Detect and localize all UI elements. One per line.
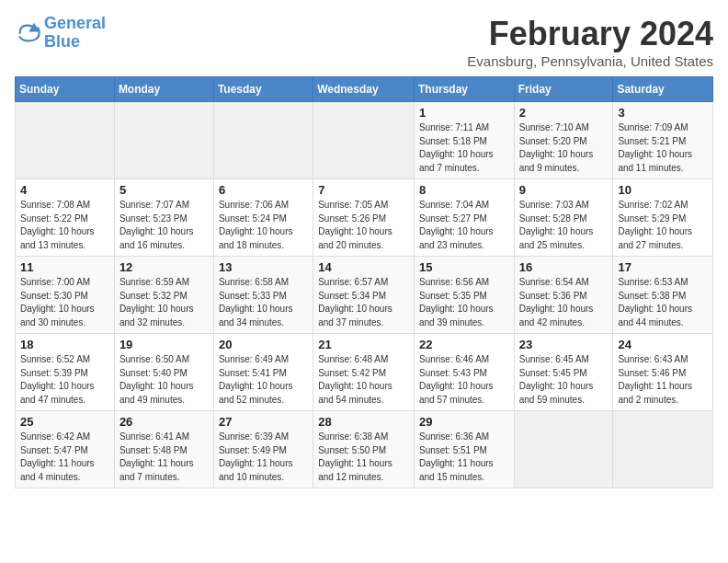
day-number: 4 — [20, 183, 109, 197]
calendar-header-tuesday: Tuesday — [213, 77, 313, 102]
month-title: February 2024 — [467, 15, 713, 53]
day-info: Sunrise: 6:56 AM Sunset: 5:35 PM Dayligh… — [419, 276, 509, 329]
day-number: 2 — [519, 106, 609, 120]
day-number: 15 — [419, 260, 509, 274]
calendar-cell: 10Sunrise: 7:02 AM Sunset: 5:29 PM Dayli… — [613, 179, 713, 257]
calendar-cell: 12Sunrise: 6:59 AM Sunset: 5:32 PM Dayli… — [114, 257, 213, 334]
day-info: Sunrise: 6:39 AM Sunset: 5:49 PM Dayligh… — [219, 431, 308, 484]
location: Evansburg, Pennsylvania, United States — [467, 53, 713, 69]
day-number: 5 — [119, 183, 209, 197]
page-header: General Blue February 2024 Evansburg, Pe… — [15, 15, 713, 69]
calendar-week-row: 25Sunrise: 6:42 AM Sunset: 5:47 PM Dayli… — [16, 411, 713, 488]
day-number: 12 — [119, 260, 209, 274]
day-info: Sunrise: 6:59 AM Sunset: 5:32 PM Dayligh… — [119, 276, 209, 329]
calendar-header-monday: Monday — [114, 77, 213, 102]
calendar-header-saturday: Saturday — [613, 77, 713, 102]
calendar-header-friday: Friday — [514, 77, 613, 102]
day-info: Sunrise: 6:36 AM Sunset: 5:51 PM Dayligh… — [419, 431, 509, 484]
calendar-week-row: 18Sunrise: 6:52 AM Sunset: 5:39 PM Dayli… — [16, 334, 713, 411]
day-number: 8 — [419, 183, 509, 197]
calendar-cell — [313, 102, 415, 179]
calendar-cell: 27Sunrise: 6:39 AM Sunset: 5:49 PM Dayli… — [213, 411, 313, 488]
calendar-cell: 19Sunrise: 6:50 AM Sunset: 5:40 PM Dayli… — [114, 334, 213, 411]
calendar-cell: 17Sunrise: 6:53 AM Sunset: 5:38 PM Dayli… — [613, 257, 713, 334]
calendar-cell: 13Sunrise: 6:58 AM Sunset: 5:33 PM Dayli… — [213, 257, 313, 334]
day-info: Sunrise: 6:38 AM Sunset: 5:50 PM Dayligh… — [318, 431, 409, 484]
day-info: Sunrise: 6:42 AM Sunset: 5:47 PM Dayligh… — [20, 431, 109, 484]
calendar-cell: 1Sunrise: 7:11 AM Sunset: 5:18 PM Daylig… — [414, 102, 514, 179]
day-number: 23 — [519, 338, 609, 351]
logo-text: General Blue — [44, 15, 106, 52]
day-info: Sunrise: 6:54 AM Sunset: 5:36 PM Dayligh… — [519, 276, 609, 329]
calendar-cell: 11Sunrise: 7:00 AM Sunset: 5:30 PM Dayli… — [16, 257, 115, 334]
calendar-cell — [213, 102, 313, 179]
day-info: Sunrise: 6:49 AM Sunset: 5:41 PM Dayligh… — [219, 353, 308, 407]
day-info: Sunrise: 6:58 AM Sunset: 5:33 PM Dayligh… — [219, 276, 308, 329]
calendar-cell: 25Sunrise: 6:42 AM Sunset: 5:47 PM Dayli… — [16, 411, 115, 488]
title-block: February 2024 Evansburg, Pennsylvania, U… — [467, 15, 713, 69]
day-number: 21 — [318, 338, 409, 351]
day-number: 27 — [219, 415, 308, 429]
day-number: 6 — [219, 183, 308, 197]
day-info: Sunrise: 7:11 AM Sunset: 5:18 PM Dayligh… — [419, 121, 509, 175]
calendar-cell: 21Sunrise: 6:48 AM Sunset: 5:42 PM Dayli… — [313, 334, 415, 411]
day-number: 26 — [119, 415, 209, 429]
calendar-cell: 6Sunrise: 7:06 AM Sunset: 5:24 PM Daylig… — [213, 179, 313, 257]
day-number: 24 — [618, 338, 708, 351]
day-info: Sunrise: 6:52 AM Sunset: 5:39 PM Dayligh… — [20, 353, 109, 407]
calendar-cell: 28Sunrise: 6:38 AM Sunset: 5:50 PM Dayli… — [313, 411, 415, 488]
calendar-cell: 22Sunrise: 6:46 AM Sunset: 5:43 PM Dayli… — [414, 334, 514, 411]
day-info: Sunrise: 7:02 AM Sunset: 5:29 PM Dayligh… — [618, 199, 708, 252]
day-number: 13 — [219, 260, 308, 274]
calendar-cell — [613, 411, 713, 488]
day-number: 22 — [419, 338, 509, 351]
calendar-week-row: 11Sunrise: 7:00 AM Sunset: 5:30 PM Dayli… — [16, 257, 713, 334]
day-info: Sunrise: 7:05 AM Sunset: 5:26 PM Dayligh… — [318, 199, 409, 252]
day-info: Sunrise: 6:53 AM Sunset: 5:38 PM Dayligh… — [618, 276, 708, 329]
calendar-header-row: SundayMondayTuesdayWednesdayThursdayFrid… — [16, 77, 713, 102]
calendar-cell: 26Sunrise: 6:41 AM Sunset: 5:48 PM Dayli… — [114, 411, 213, 488]
day-number: 7 — [318, 183, 409, 197]
calendar-cell: 5Sunrise: 7:07 AM Sunset: 5:23 PM Daylig… — [114, 179, 213, 257]
day-info: Sunrise: 6:57 AM Sunset: 5:34 PM Dayligh… — [318, 276, 409, 329]
calendar-header-thursday: Thursday — [414, 77, 514, 102]
day-info: Sunrise: 6:50 AM Sunset: 5:40 PM Dayligh… — [119, 353, 209, 407]
day-number: 18 — [20, 338, 109, 351]
calendar-cell: 16Sunrise: 6:54 AM Sunset: 5:36 PM Dayli… — [514, 257, 613, 334]
calendar-week-row: 4Sunrise: 7:08 AM Sunset: 5:22 PM Daylig… — [16, 179, 713, 257]
calendar-week-row: 1Sunrise: 7:11 AM Sunset: 5:18 PM Daylig… — [16, 102, 713, 179]
day-number: 17 — [618, 260, 708, 274]
day-number: 1 — [419, 106, 509, 120]
day-number: 9 — [519, 183, 609, 197]
calendar-cell: 23Sunrise: 6:45 AM Sunset: 5:45 PM Dayli… — [514, 334, 613, 411]
day-number: 3 — [618, 106, 708, 120]
day-info: Sunrise: 6:48 AM Sunset: 5:42 PM Dayligh… — [318, 353, 409, 407]
logo-icon — [15, 20, 40, 46]
calendar-cell: 20Sunrise: 6:49 AM Sunset: 5:41 PM Dayli… — [213, 334, 313, 411]
day-number: 28 — [318, 415, 409, 429]
day-info: Sunrise: 7:10 AM Sunset: 5:20 PM Dayligh… — [519, 121, 609, 175]
calendar-cell — [114, 102, 213, 179]
day-info: Sunrise: 7:04 AM Sunset: 5:27 PM Dayligh… — [419, 199, 509, 252]
day-info: Sunrise: 7:08 AM Sunset: 5:22 PM Dayligh… — [20, 199, 109, 252]
calendar-cell: 14Sunrise: 6:57 AM Sunset: 5:34 PM Dayli… — [313, 257, 415, 334]
calendar-cell — [514, 411, 613, 488]
calendar-cell: 9Sunrise: 7:03 AM Sunset: 5:28 PM Daylig… — [514, 179, 613, 257]
day-number: 11 — [20, 260, 109, 274]
calendar-cell: 24Sunrise: 6:43 AM Sunset: 5:46 PM Dayli… — [613, 334, 713, 411]
day-info: Sunrise: 7:09 AM Sunset: 5:21 PM Dayligh… — [618, 121, 708, 175]
calendar-cell: 8Sunrise: 7:04 AM Sunset: 5:27 PM Daylig… — [414, 179, 514, 257]
day-number: 25 — [20, 415, 109, 429]
calendar-cell — [16, 102, 115, 179]
day-number: 16 — [519, 260, 609, 274]
calendar-cell: 29Sunrise: 6:36 AM Sunset: 5:51 PM Dayli… — [414, 411, 514, 488]
day-info: Sunrise: 6:45 AM Sunset: 5:45 PM Dayligh… — [519, 353, 609, 407]
day-number: 20 — [219, 338, 308, 351]
calendar-header-wednesday: Wednesday — [313, 77, 415, 102]
calendar-table: SundayMondayTuesdayWednesdayThursdayFrid… — [15, 76, 713, 488]
calendar-cell: 2Sunrise: 7:10 AM Sunset: 5:20 PM Daylig… — [514, 102, 613, 179]
day-info: Sunrise: 7:03 AM Sunset: 5:28 PM Dayligh… — [519, 199, 609, 252]
day-info: Sunrise: 7:00 AM Sunset: 5:30 PM Dayligh… — [20, 276, 109, 329]
day-number: 19 — [119, 338, 209, 351]
day-number: 10 — [618, 183, 708, 197]
